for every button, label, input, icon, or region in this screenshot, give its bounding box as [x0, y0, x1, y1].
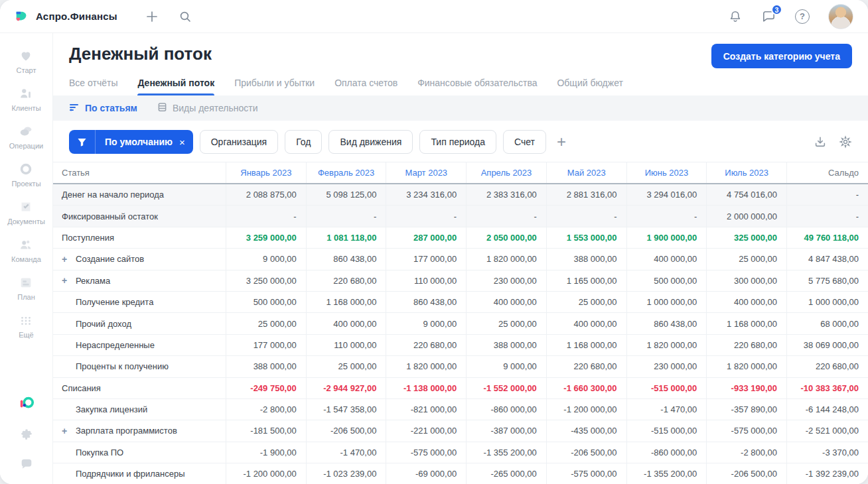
expand-plus-icon[interactable]: + — [62, 255, 67, 264]
table-row: +Создание сайтов9 000,00860 438,00177 00… — [53, 249, 868, 270]
sidebar-item-label: Документы — [7, 217, 45, 225]
support-chat-icon[interactable] — [19, 456, 35, 472]
expand-plus-icon[interactable]: + — [62, 426, 67, 436]
tab[interactable]: Финансовые обязательства — [417, 78, 537, 95]
column-header-month[interactable]: Январь 2023 — [226, 162, 306, 183]
messages-chat-icon[interactable]: 3 — [761, 9, 776, 24]
cell-value: 400 000,00 — [306, 313, 386, 333]
user-avatar[interactable] — [828, 4, 853, 29]
database-icon — [157, 102, 167, 114]
remove-filter-icon[interactable]: × — [178, 137, 193, 148]
table-row: Покупка ПО-1 900,00-1 470,00-575 000,00-… — [53, 442, 868, 463]
sidebar-item-label: Проекты — [11, 180, 40, 188]
sidebar-item-label: Клиенты — [11, 104, 40, 112]
column-header-month[interactable]: Май 2023 — [546, 162, 626, 183]
sidebar-item-more[interactable]: Ещё — [7, 307, 45, 345]
create-category-button[interactable]: Создать категорию учета — [711, 44, 852, 68]
add-filter-button[interactable]: + — [553, 134, 570, 150]
tab[interactable]: Прибыли и убытки — [234, 78, 315, 95]
row-label[interactable]: +Создание сайтов — [53, 249, 226, 269]
cell-value: -1 138 000,00 — [386, 378, 466, 398]
default-filter-chip[interactable]: По умолчанию × — [69, 130, 193, 154]
sidebar-item-start[interactable]: Старт — [7, 42, 45, 80]
view-toggle[interactable]: Виды деятельности — [157, 102, 258, 114]
sidebar-item-operations[interactable]: Операции — [7, 118, 45, 156]
cell-value: 388 000,00 — [546, 249, 626, 269]
settings-gear-icon[interactable] — [19, 426, 35, 442]
row-label[interactable]: +Реклама — [53, 271, 226, 291]
column-header-month[interactable]: Март 2023 — [386, 162, 466, 183]
cell-value: 400 000,00 — [546, 313, 626, 333]
main-area: Денежный поток Создать категорию учета В… — [53, 33, 868, 484]
cell-value: -860 000,00 — [466, 399, 546, 420]
sidebar-item-label: Операции — [9, 142, 43, 150]
cell-value: - — [386, 206, 466, 226]
sidebar-item-documents[interactable]: Документы — [7, 194, 45, 231]
cell-value: - — [626, 206, 707, 226]
column-header-month[interactable]: Апрель 2023 — [466, 162, 546, 183]
cell-value: -860 000,00 — [626, 442, 707, 463]
sidebar-items: СтартКлиентыОперацииПроектыДокументыКома… — [7, 42, 45, 345]
sidebar-item-team[interactable]: Команда — [7, 231, 45, 269]
plan-icon — [18, 274, 34, 290]
cell-saldo: -10 383 367,00 — [786, 378, 868, 398]
sidebar-item-plan[interactable]: План — [7, 269, 45, 307]
table-row: Денег на начало периода2 088 875,005 098… — [53, 184, 868, 206]
cell-value: -575 000,00 — [706, 420, 786, 441]
cell-value: -1 355 200,00 — [626, 463, 707, 484]
cell-value: 9 000,00 — [466, 356, 546, 377]
table-row: Проценты к получению388 000,0025 000,001… — [53, 356, 868, 377]
notifications-bell-icon[interactable] — [728, 9, 743, 24]
table-settings-gear-icon[interactable] — [839, 135, 852, 149]
column-header-month[interactable]: Июль 2023 — [706, 162, 786, 183]
cell-value: -515 000,00 — [626, 420, 707, 441]
filter-chip[interactable]: Счет — [503, 130, 546, 154]
filter-chip[interactable]: Организация — [200, 130, 278, 154]
brand[interactable]: Аспро.Финансы — [13, 9, 117, 25]
sidebar-item-clients[interactable]: Клиенты — [7, 80, 45, 118]
cell-value: 1 168 000,00 — [706, 313, 786, 333]
cell-value: 25 000,00 — [466, 313, 546, 333]
filter-chip[interactable]: Вид движения — [328, 130, 413, 154]
cell-value: -1 200 000,00 — [226, 463, 306, 484]
cell-value: 9 000,00 — [226, 249, 306, 269]
download-icon[interactable] — [814, 135, 827, 149]
cell-value: -1 355 200,00 — [466, 442, 546, 463]
filter-chip[interactable]: Тип периода — [419, 130, 496, 154]
quick-add-button[interactable] — [145, 10, 159, 23]
cell-value: 177 000,00 — [226, 335, 306, 355]
topbar: Аспро.Финансы 3 ? — [0, 0, 868, 33]
cell-saldo: -6 144 248,00 — [786, 399, 868, 420]
tab[interactable]: Денежный поток — [137, 78, 214, 95]
tab[interactable]: Общий бюджет — [557, 78, 622, 95]
tab[interactable]: Оплата счетов — [334, 78, 398, 95]
cell-value: 220 680,00 — [546, 356, 626, 377]
filter-chips: ОрганизацияГодВид движенияТип периодаСче… — [200, 130, 546, 154]
view-toggle[interactable]: По статьям — [69, 103, 137, 114]
search-button[interactable] — [179, 10, 192, 23]
sidebar-item-label: Команда — [11, 255, 41, 263]
cell-value: 400 000,00 — [706, 292, 786, 312]
aspro-logo-icon[interactable] — [19, 395, 35, 411]
column-header-article: Статья — [53, 162, 226, 183]
cell-value: -221 000,00 — [386, 420, 466, 441]
report-tabs: Все отчётыДенежный потокПрибыли и убытки… — [53, 68, 868, 95]
cell-value: 5 098 125,00 — [306, 184, 386, 205]
cell-value: 500 000,00 — [626, 271, 707, 291]
cell-saldo: -2 521 000,00 — [786, 420, 868, 441]
expand-plus-icon[interactable]: + — [62, 276, 67, 285]
tab[interactable]: Все отчёты — [69, 78, 117, 95]
cell-value: 3 234 316,00 — [386, 184, 466, 205]
column-header-month[interactable]: Июнь 2023 — [626, 162, 707, 183]
column-header-month[interactable]: Февраль 2023 — [306, 162, 386, 183]
cell-value: -387 000,00 — [466, 420, 546, 441]
cell-value: - — [466, 206, 546, 226]
row-label[interactable]: +Зарплата программистов — [53, 420, 226, 441]
cell-value: -575 000,00 — [546, 463, 626, 484]
cell-value: 177 000,00 — [386, 249, 466, 269]
cell-value: 25 000,00 — [546, 292, 626, 312]
sidebar-item-projects[interactable]: Проекты — [7, 156, 45, 194]
table-row: Нераспределенные177 000,00110 000,00220 … — [53, 335, 868, 356]
filter-chip[interactable]: Год — [285, 130, 322, 154]
help-icon[interactable]: ? — [795, 9, 810, 24]
